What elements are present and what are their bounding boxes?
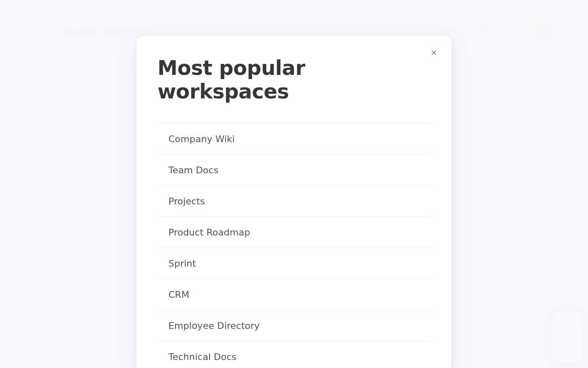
workspace-list: Company Wiki Team Docs Projects Product … <box>158 124 430 368</box>
workspace-item[interactable]: Projects <box>158 186 430 217</box>
workspace-name: Team Docs <box>168 165 218 175</box>
workspace-name: Product Roadmap <box>168 227 250 238</box>
help-widget[interactable] <box>553 308 583 363</box>
workspace-name: Projects <box>168 196 205 207</box>
workspace-name: CRM <box>168 289 189 300</box>
workspace-item[interactable]: Sprint <box>158 248 430 279</box>
workspace-name: Employee Directory <box>168 320 260 331</box>
workspace-item[interactable]: Company Wiki <box>158 124 430 155</box>
modal-title: Most popular workspaces <box>158 56 430 124</box>
close-icon <box>430 49 438 56</box>
workspace-item[interactable]: Technical Docs <box>158 342 430 368</box>
workspace-item[interactable]: Team Docs <box>158 155 430 186</box>
workspace-name: Sprint <box>168 258 196 269</box>
workspace-name: Technical Docs <box>168 352 236 362</box>
workspace-name: Company Wiki <box>168 134 235 144</box>
popular-workspaces-modal: Most popular workspaces Company Wiki Tea… <box>136 36 452 368</box>
workspace-item[interactable]: CRM <box>158 279 430 310</box>
workspace-item[interactable]: Product Roadmap <box>158 217 430 248</box>
close-button[interactable] <box>428 47 440 58</box>
workspace-item[interactable]: Employee Directory <box>158 310 430 342</box>
